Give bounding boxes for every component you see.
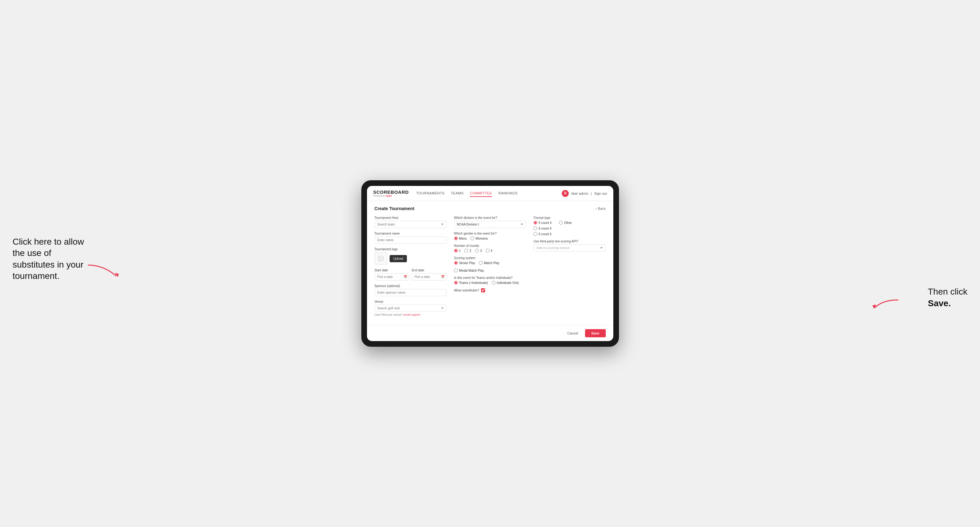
logo-scoreboard: SCOREBOARD (373, 190, 409, 194)
annotation-left-text: Click here to allow the use of substitut… (13, 237, 84, 281)
gender-mens[interactable]: Mens (454, 237, 466, 240)
rounds-1[interactable]: 1 (454, 249, 461, 252)
rounds-1-radio[interactable] (454, 249, 458, 252)
format-6count4-radio[interactable] (533, 227, 537, 230)
back-label: Back (598, 206, 606, 210)
annotation-right-text: Then click (928, 287, 967, 297)
tournament-logo-label: Tournament logo (374, 248, 447, 251)
scoring-stroke[interactable]: Stroke Play (454, 261, 475, 265)
scoring-medal[interactable]: Medal Match Play (454, 268, 484, 272)
event-individuals[interactable]: Individuals Only (492, 281, 519, 284)
end-date-label: End date (412, 268, 447, 272)
format-other[interactable]: Other (559, 221, 572, 225)
event-teams[interactable]: Teams (+Individuals) (454, 281, 488, 284)
rounds-2[interactable]: 2 (465, 249, 471, 252)
nav-teams[interactable]: TEAMS (451, 190, 463, 197)
scoring-service-select[interactable]: Select a scoring service (533, 244, 606, 252)
sponsor-group: Sponsor (optional) (374, 284, 447, 296)
annotation-right-bold: Save. (928, 298, 951, 308)
cancel-button[interactable]: Cancel (564, 329, 582, 337)
tournament-name-label: Tournament name (374, 232, 447, 235)
event-teams-label: Teams (+Individuals) (459, 281, 488, 284)
rounds-label: Number of rounds (454, 244, 526, 248)
nav-committee[interactable]: COMMITTEE (470, 190, 492, 197)
gender-womens[interactable]: Womens (470, 237, 488, 240)
arrow-left (85, 262, 123, 282)
gender-womens-radio[interactable] (470, 237, 474, 240)
scoring-match-radio[interactable] (479, 261, 483, 265)
event-for-group: Is this event for Teams and/or Individua… (454, 276, 526, 284)
page-header: Create Tournament ‹ Back (374, 206, 606, 211)
format-6count4[interactable]: 6 count 4 (533, 227, 606, 230)
rounds-3[interactable]: 3 (475, 249, 482, 252)
rounds-3-label: 3 (480, 249, 482, 252)
nav-tournaments[interactable]: TOURNAMENTS (416, 190, 445, 197)
svg-point-2 (379, 257, 380, 258)
arrow-right (870, 297, 902, 314)
format-5count4-radio[interactable] (533, 221, 537, 225)
venue-input[interactable] (374, 305, 447, 312)
rounds-group: Number of rounds 1 2 (454, 244, 526, 252)
start-date-group: Start date 📅 (374, 268, 409, 281)
tournament-name-input[interactable] (374, 237, 447, 244)
upload-button[interactable]: Upload (390, 255, 407, 262)
rounds-2-radio[interactable] (465, 249, 468, 252)
rounds-1-label: 1 (459, 249, 461, 252)
event-individuals-label: Individuals Only (497, 281, 519, 284)
sign-out-link[interactable]: Sign out (594, 192, 607, 195)
api-label: Use third-party live scoring API? (533, 240, 606, 243)
tablet-device: SCOREBOARD Powered by clippd TOURNAMENTS… (361, 180, 619, 347)
rounds-4[interactable]: 4 (486, 249, 493, 252)
api-group: Use third-party live scoring API? Select… (533, 240, 606, 252)
division-group: Which division is the event for? NCAA Di… (454, 216, 526, 228)
annotation-right: Then click Save. (928, 286, 967, 309)
scoring-stroke-label: Stroke Play (459, 261, 475, 265)
scoring-system-group: Scoring system Stroke Play Match Play (454, 256, 526, 272)
event-individuals-radio[interactable] (492, 281, 495, 284)
email-support-link[interactable]: email support (403, 313, 420, 316)
user-name: blair admin (571, 192, 588, 195)
save-button[interactable]: Save (585, 329, 606, 337)
user-avatar: B (562, 190, 569, 197)
allow-subs-group: Allow substitutes? (454, 288, 526, 292)
end-date-group: End date 📅 (412, 268, 447, 281)
division-select[interactable]: NCAA Division I (454, 221, 526, 228)
allow-subs-checkbox[interactable] (481, 288, 485, 292)
format-5count4-label: 5 count 4 (539, 221, 551, 225)
scoring-match[interactable]: Match Play (479, 261, 499, 265)
gender-mens-radio[interactable] (454, 237, 458, 240)
scoring-radio-group: Stroke Play Match Play Medal Match Play (454, 261, 526, 272)
format-other-label: Other (564, 221, 572, 225)
tournament-host-group: Tournament Host (374, 216, 447, 228)
scoreboard-text: SCOREBOARD (373, 189, 409, 195)
form-layout: Tournament Host Tournament name Tourname… (374, 216, 606, 320)
rounds-3-radio[interactable] (475, 249, 479, 252)
gender-mens-label: Mens (459, 237, 466, 240)
powered-by-text: Powered by (373, 195, 385, 197)
nav-rankings[interactable]: RANKINGS (498, 190, 517, 197)
back-button[interactable]: ‹ Back (595, 206, 606, 210)
format-6count5[interactable]: 6 count 5 (533, 232, 606, 236)
tournament-logo-group: Tournament logo Upload (374, 248, 447, 265)
scoring-medal-label: Medal Match Play (459, 269, 484, 272)
tournament-host-input[interactable] (374, 221, 447, 228)
format-6count4-label: 6 count 4 (539, 227, 551, 230)
scoring-stroke-radio[interactable] (454, 261, 458, 265)
event-teams-radio[interactable] (454, 281, 458, 284)
format-other-radio[interactable] (559, 221, 563, 225)
calendar-icon: 📅 (403, 275, 407, 279)
tournament-host-label: Tournament Host (374, 216, 447, 219)
form-section-right: Format type 5 count 4 Other (533, 216, 606, 320)
format-5count4[interactable]: 5 count 4 (533, 221, 551, 225)
scoring-medal-radio[interactable] (454, 268, 458, 272)
sponsor-input[interactable] (374, 289, 447, 296)
tablet-screen: SCOREBOARD Powered by clippd TOURNAMENTS… (367, 186, 613, 341)
rounds-2-label: 2 (469, 249, 471, 252)
page-wrapper: Click here to allow the use of substitut… (13, 180, 967, 347)
format-6count5-radio[interactable] (533, 232, 537, 236)
calendar-icon-end: 📅 (441, 275, 445, 279)
nav-links: TOURNAMENTS TEAMS COMMITTEE RANKINGS (416, 190, 562, 197)
venue-group: Venue Can't find your venue? email suppo… (374, 300, 447, 316)
rounds-4-radio[interactable] (486, 249, 490, 252)
venue-help-text: Can't find your venue? (374, 313, 403, 316)
